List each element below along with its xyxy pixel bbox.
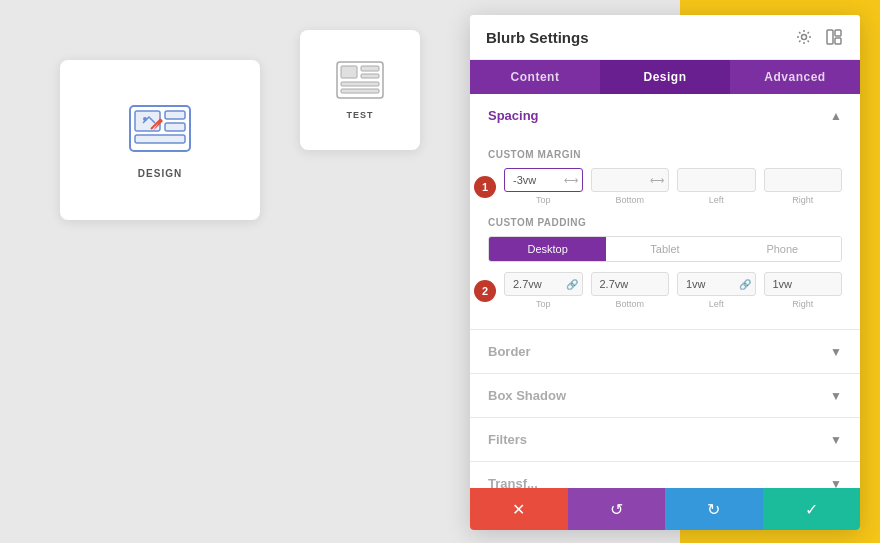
- margin-bottom-link-icon: ⟷: [650, 175, 664, 186]
- filters-chevron: ▼: [830, 433, 842, 447]
- confirm-button[interactable]: ✓: [763, 488, 861, 530]
- padding-right-input[interactable]: [764, 272, 843, 296]
- margin-right-field: Right: [764, 168, 843, 205]
- spacing-section-header[interactable]: Spacing ▲: [470, 94, 860, 137]
- transform-section: Transf... ▼: [470, 462, 860, 488]
- padding-left-field: 🔗 Left: [677, 272, 756, 309]
- layout-icon[interactable]: [824, 27, 844, 47]
- margin-right-input[interactable]: [764, 168, 843, 192]
- spacing-content: Custom Margin 1 ⟷ Top: [470, 137, 860, 329]
- padding-bottom-input[interactable]: [591, 272, 670, 296]
- svg-rect-12: [341, 89, 379, 93]
- panel-header-icons: [794, 27, 844, 47]
- panel-footer: ✕ ↺ ↻ ✓: [470, 488, 860, 530]
- padding-bottom-label: Bottom: [615, 299, 644, 309]
- settings-panel: Blurb Settings Content Design Advanced: [470, 15, 860, 530]
- boxshadow-section: Box Shadow ▼: [470, 374, 860, 418]
- svg-rect-15: [835, 30, 841, 36]
- spacing-chevron: ▲: [830, 109, 842, 123]
- svg-point-13: [802, 35, 807, 40]
- margin-bottom-label: Bottom: [615, 195, 644, 205]
- filters-section: Filters ▼: [470, 418, 860, 462]
- test-card-label: TEST: [346, 110, 373, 120]
- border-section: Border ▼: [470, 330, 860, 374]
- svg-point-5: [143, 117, 147, 121]
- svg-rect-11: [341, 82, 379, 86]
- margin-left-input[interactable]: [677, 168, 756, 192]
- step-badge-2: 2: [474, 280, 496, 302]
- step-badge-1: 1: [474, 176, 496, 198]
- border-section-header[interactable]: Border ▼: [470, 330, 860, 373]
- filters-title: Filters: [488, 432, 527, 447]
- undo-icon: ↺: [610, 500, 623, 519]
- filters-section-header[interactable]: Filters ▼: [470, 418, 860, 461]
- padding-top-label: Top: [536, 299, 551, 309]
- custom-padding-section: Custom Padding Desktop Tablet Phone 2: [488, 217, 842, 309]
- padding-fields-row: 🔗 Top Bottom: [504, 272, 842, 309]
- test-card: TEST: [300, 30, 420, 150]
- design-card-icon: [125, 101, 195, 156]
- margin-bottom-field: ⟷ Bottom: [591, 168, 670, 205]
- custom-margin-label: Custom Margin: [488, 149, 842, 160]
- confirm-icon: ✓: [805, 500, 818, 519]
- margin-top-label: Top: [536, 195, 551, 205]
- cancel-icon: ✕: [512, 500, 525, 519]
- panel-header: Blurb Settings: [470, 15, 860, 60]
- panel-body: Spacing ▲ Custom Margin 1 ⟷: [470, 94, 860, 488]
- spacing-section: Spacing ▲ Custom Margin 1 ⟷: [470, 94, 860, 330]
- device-tab-desktop[interactable]: Desktop: [489, 237, 606, 261]
- padding-bottom-field: Bottom: [591, 272, 670, 309]
- border-title: Border: [488, 344, 531, 359]
- transform-title: Transf...: [488, 476, 538, 488]
- margin-left-field: Left: [677, 168, 756, 205]
- device-tab-tablet[interactable]: Tablet: [606, 237, 723, 261]
- panel-title: Blurb Settings: [486, 29, 589, 46]
- design-card: DESIGN: [60, 60, 260, 220]
- padding-top-link-icon: 🔗: [566, 279, 578, 290]
- padding-left-link-icon: 🔗: [739, 279, 751, 290]
- tab-advanced[interactable]: Advanced: [730, 60, 860, 94]
- padding-right-label: Right: [792, 299, 813, 309]
- boxshadow-section-header[interactable]: Box Shadow ▼: [470, 374, 860, 417]
- boxshadow-title: Box Shadow: [488, 388, 566, 403]
- transform-chevron: ▼: [830, 477, 842, 489]
- boxshadow-chevron: ▼: [830, 389, 842, 403]
- margin-top-link-icon: ⟷: [564, 175, 578, 186]
- spacing-title: Spacing: [488, 108, 539, 123]
- svg-rect-16: [835, 38, 841, 44]
- svg-rect-9: [361, 66, 379, 71]
- margin-right-label: Right: [792, 195, 813, 205]
- transform-section-header[interactable]: Transf... ▼: [470, 462, 860, 488]
- tab-content[interactable]: Content: [470, 60, 600, 94]
- test-card-icon: [335, 60, 385, 100]
- svg-rect-14: [827, 30, 833, 44]
- redo-button[interactable]: ↻: [665, 488, 763, 530]
- design-card-label: DESIGN: [138, 168, 182, 179]
- svg-rect-2: [165, 111, 185, 119]
- settings-icon[interactable]: [794, 27, 814, 47]
- undo-button[interactable]: ↺: [568, 488, 666, 530]
- svg-rect-8: [341, 66, 357, 78]
- cancel-button[interactable]: ✕: [470, 488, 568, 530]
- border-chevron: ▼: [830, 345, 842, 359]
- svg-rect-3: [165, 123, 185, 131]
- margin-fields-row: ⟷ Top ⟷ Bottom: [504, 168, 842, 205]
- custom-padding-label: Custom Padding: [488, 217, 842, 228]
- tabs-bar: Content Design Advanced: [470, 60, 860, 94]
- svg-rect-1: [135, 111, 160, 131]
- tab-design[interactable]: Design: [600, 60, 730, 94]
- device-tab-phone[interactable]: Phone: [724, 237, 841, 261]
- margin-left-label: Left: [709, 195, 724, 205]
- padding-left-label: Left: [709, 299, 724, 309]
- padding-right-field: Right: [764, 272, 843, 309]
- svg-rect-4: [135, 135, 185, 143]
- redo-icon: ↻: [707, 500, 720, 519]
- svg-rect-10: [361, 74, 379, 78]
- margin-top-field: ⟷ Top: [504, 168, 583, 205]
- device-tabs: Desktop Tablet Phone: [488, 236, 842, 262]
- padding-top-field: 🔗 Top: [504, 272, 583, 309]
